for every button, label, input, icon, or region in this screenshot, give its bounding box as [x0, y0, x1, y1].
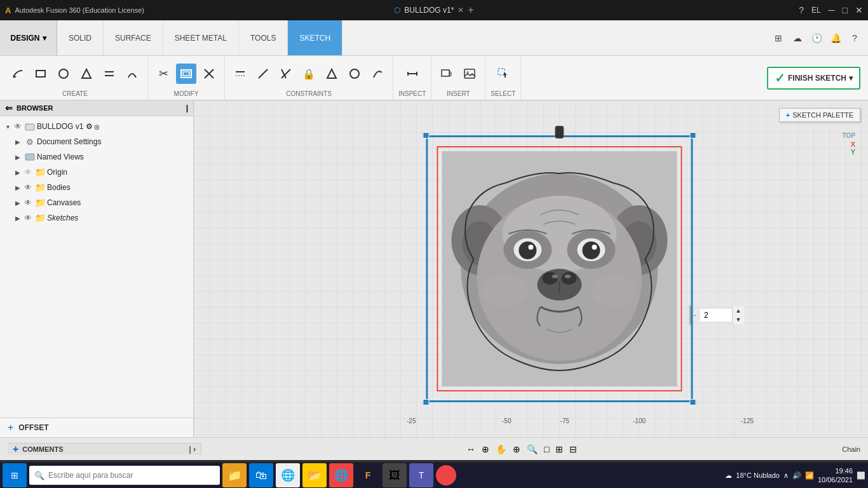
browser-collapse-icon[interactable]: ⇐ [5, 103, 13, 113]
add-tab-icon[interactable]: + [468, 4, 473, 16]
corner-handle-bl[interactable] [423, 399, 429, 405]
status-move-icon[interactable]: ↔ [466, 444, 475, 454]
horizontal-constraint[interactable] [230, 64, 250, 84]
help-icon[interactable]: ? [799, 5, 804, 15]
clock-icon[interactable]: 🕐 [808, 30, 825, 46]
tab-sketch[interactable]: SKETCH [288, 20, 342, 55]
show-desktop-icon[interactable]: ⬜ [857, 471, 865, 480]
select-tool[interactable] [493, 64, 513, 84]
offset-plus-icon[interactable]: + [8, 422, 13, 433]
start-button[interactable]: ⊞ [3, 463, 27, 487]
project-tool[interactable] [199, 64, 219, 84]
circle-constraint[interactable] [344, 64, 365, 84]
status-frame-icon[interactable]: □ [544, 444, 549, 454]
insert-photo-tool[interactable] [459, 64, 480, 84]
search-input[interactable] [48, 471, 215, 480]
bodies-folder-icon: 📁 [34, 182, 46, 193]
rectangle-tool[interactable] [31, 64, 51, 84]
view-cube[interactable]: TOP X Y [843, 132, 855, 156]
status-grid-icon[interactable]: ⊞ [555, 444, 563, 454]
root-visibility[interactable]: 👁 [13, 121, 23, 132]
taskbar-files[interactable]: 📁 [222, 463, 247, 487]
corner-handle-tr[interactable] [689, 132, 696, 139]
measure-tool[interactable] [402, 64, 423, 84]
select-icons [493, 58, 513, 89]
root-target-icon[interactable]: ◎ [94, 123, 100, 130]
center-top-handle[interactable] [555, 126, 564, 139]
tree-root[interactable]: ▾ 👁 BULLDOG v1 ⚙ ◎ [0, 119, 193, 134]
finish-sketch-button[interactable]: ✓ FINISH SKETCH ▾ [767, 67, 860, 90]
tree-document-settings[interactable]: ▶ ⚙ Document Settings [0, 134, 193, 149]
tree-origin[interactable]: ▶ 👁 📁 Origin [0, 165, 193, 180]
close-tab-icon[interactable]: ✕ [458, 6, 464, 15]
svg-rect-6 [183, 72, 189, 76]
parallel-lines-tool[interactable] [99, 64, 119, 84]
browser-pin-icon[interactable]: | [186, 104, 188, 112]
corner-handle-br[interactable] [689, 399, 696, 405]
network-icon[interactable]: 📶 [805, 471, 814, 480]
clock[interactable]: 19:46 10/06/2021 [818, 466, 853, 485]
canvas-area[interactable]: + SKETCH PALETTE TOP X Y -25 -50 -75 -10… [194, 100, 868, 437]
offset-value-input[interactable]: 2 [700, 309, 732, 322]
corner-handle-tl[interactable] [423, 132, 429, 139]
taskbar-gallery[interactable]: 🖼 [383, 463, 407, 487]
taskbar-teams[interactable]: T [409, 463, 433, 487]
tab-surface[interactable]: SURFACE [104, 20, 163, 55]
sketch-palette[interactable]: + SKETCH PALETTE [779, 108, 860, 122]
minimize-button[interactable]: ─ [829, 5, 835, 15]
help-circle-icon[interactable]: ? [846, 30, 863, 46]
user-icon[interactable]: EL [811, 6, 821, 15]
triangle-tool[interactable] [76, 64, 97, 84]
spinner-down[interactable]: ▼ [733, 315, 744, 324]
taskbar-red[interactable] [436, 465, 456, 485]
equal-constraint[interactable] [322, 64, 342, 84]
taskbar-explorer[interactable]: 📂 [302, 463, 327, 487]
root-settings-icon[interactable]: ⚙ [86, 122, 93, 131]
volume-icon[interactable]: 🔊 [792, 471, 801, 480]
scissors-tool[interactable]: ✂ [153, 64, 173, 84]
status-zoom-icon[interactable]: ⊕ [513, 444, 520, 454]
perpendicular-constraint[interactable] [276, 64, 296, 84]
status-display-icon[interactable]: ⊟ [569, 444, 577, 454]
spinner-up[interactable]: ▲ [733, 306, 744, 315]
line-tool[interactable] [8, 64, 28, 84]
close-button[interactable]: ✕ [855, 5, 863, 15]
new-window-icon[interactable]: ⊞ [770, 30, 787, 46]
maximize-button[interactable]: □ [843, 5, 848, 15]
tray-up-icon[interactable]: ∧ [783, 471, 789, 480]
search-bar[interactable]: 🔍 [29, 466, 220, 485]
comments-expand-icon[interactable]: | › [189, 445, 196, 454]
modify-icons: ✂ [153, 58, 219, 89]
diagonal-constraint[interactable] [253, 64, 273, 84]
insert-image-tool[interactable] [437, 64, 457, 84]
circle-tool[interactable] [53, 64, 74, 84]
tab-tools[interactable]: TOOLS [239, 20, 288, 55]
bodies-visibility[interactable]: 👁 [23, 182, 33, 193]
taskbar-store[interactable]: 🛍 [249, 463, 273, 487]
taskbar-fusion[interactable]: F [356, 463, 380, 487]
svg-rect-23 [498, 69, 505, 75]
cloud-icon[interactable]: ☁ [789, 30, 806, 46]
taskbar-chrome2[interactable]: 🌐 [329, 463, 353, 487]
notification-icon[interactable]: 🔔 [827, 30, 844, 46]
tab-sheet-metal[interactable]: SHEET METAL [163, 20, 239, 55]
status-snap-icon[interactable]: ⊕ [482, 444, 489, 454]
tree-bodies[interactable]: ▶ 👁 📁 Bodies [0, 180, 193, 195]
comments-plus-icon[interactable]: + [13, 444, 18, 455]
offset-tool[interactable] [176, 64, 196, 84]
tree-canvases[interactable]: ▶ 👁 📁 Canvases [0, 195, 193, 210]
lock-constraint[interactable]: 🔒 [299, 64, 319, 84]
status-search-icon[interactable]: 🔍 [527, 444, 538, 454]
browser-tree: ▾ 👁 BULLDOG v1 ⚙ ◎ ▶ ⚙ Document Settings… [0, 116, 193, 417]
tree-named-views[interactable]: ▶ Named Views [0, 149, 193, 165]
arc-tool[interactable] [122, 64, 142, 84]
tab-solid[interactable]: SOLID [57, 20, 104, 55]
tree-sketches[interactable]: ▶ 👁 📁 Sketches [0, 210, 193, 226]
origin-visibility[interactable]: 👁 [23, 167, 33, 177]
sketches-visibility[interactable]: 👁 [23, 213, 33, 223]
taskbar-chrome[interactable]: 🌐 [276, 463, 300, 487]
tangent-constraint[interactable] [367, 64, 388, 84]
design-button[interactable]: DESIGN ▾ [0, 20, 57, 55]
canvases-visibility[interactable]: 👁 [23, 198, 33, 208]
status-pan-icon[interactable]: ✋ [496, 444, 506, 454]
